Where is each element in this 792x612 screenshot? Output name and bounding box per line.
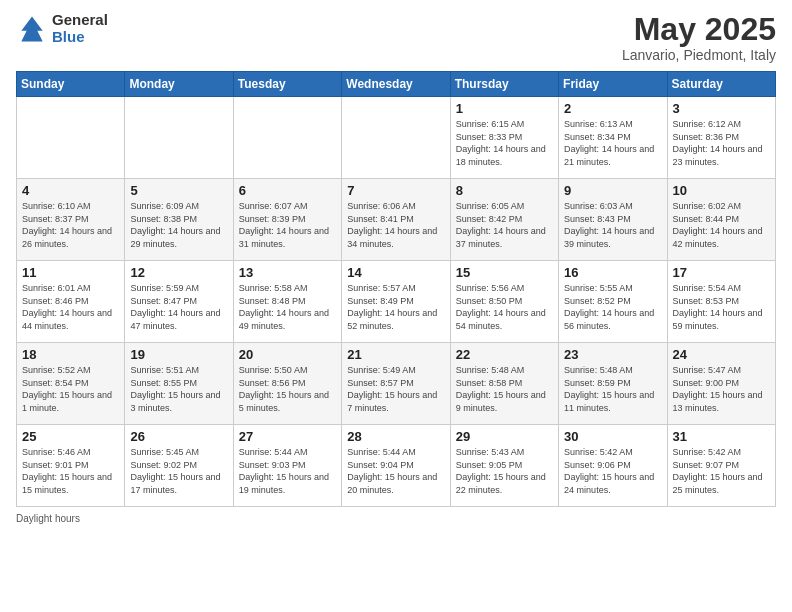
day-number: 21 bbox=[347, 347, 444, 362]
sunset-label: Sunset: 8:39 PM bbox=[239, 214, 306, 224]
sunset-label: Sunset: 8:58 PM bbox=[456, 378, 523, 388]
day-number: 14 bbox=[347, 265, 444, 280]
calendar-cell: 31 Sunrise: 5:42 AM Sunset: 9:07 PM Dayl… bbox=[667, 425, 775, 507]
day-of-week-header: Thursday bbox=[450, 72, 558, 97]
day-number: 3 bbox=[673, 101, 770, 116]
day-info: Sunrise: 5:44 AM Sunset: 9:04 PM Dayligh… bbox=[347, 446, 444, 496]
sunrise-label: Sunrise: 6:02 AM bbox=[673, 201, 742, 211]
calendar-cell: 10 Sunrise: 6:02 AM Sunset: 8:44 PM Dayl… bbox=[667, 179, 775, 261]
day-number: 24 bbox=[673, 347, 770, 362]
calendar-week-row: 11 Sunrise: 6:01 AM Sunset: 8:46 PM Dayl… bbox=[17, 261, 776, 343]
day-info: Sunrise: 5:52 AM Sunset: 8:54 PM Dayligh… bbox=[22, 364, 119, 414]
logo-text: General Blue bbox=[52, 12, 108, 45]
sunrise-label: Sunrise: 6:01 AM bbox=[22, 283, 91, 293]
day-info: Sunrise: 6:09 AM Sunset: 8:38 PM Dayligh… bbox=[130, 200, 227, 250]
calendar-cell: 25 Sunrise: 5:46 AM Sunset: 9:01 PM Dayl… bbox=[17, 425, 125, 507]
daylight-label: Daylight: 14 hours and 37 minutes. bbox=[456, 226, 546, 249]
day-info: Sunrise: 5:44 AM Sunset: 9:03 PM Dayligh… bbox=[239, 446, 336, 496]
day-info: Sunrise: 5:58 AM Sunset: 8:48 PM Dayligh… bbox=[239, 282, 336, 332]
logo-blue-text: Blue bbox=[52, 29, 108, 46]
sunrise-label: Sunrise: 6:05 AM bbox=[456, 201, 525, 211]
calendar-cell: 9 Sunrise: 6:03 AM Sunset: 8:43 PM Dayli… bbox=[559, 179, 667, 261]
day-info: Sunrise: 6:05 AM Sunset: 8:42 PM Dayligh… bbox=[456, 200, 553, 250]
calendar-cell: 14 Sunrise: 5:57 AM Sunset: 8:49 PM Dayl… bbox=[342, 261, 450, 343]
calendar-cell bbox=[342, 97, 450, 179]
sunset-label: Sunset: 8:52 PM bbox=[564, 296, 631, 306]
day-number: 30 bbox=[564, 429, 661, 444]
daylight-label: Daylight: 15 hours and 3 minutes. bbox=[130, 390, 220, 413]
sunset-label: Sunset: 8:56 PM bbox=[239, 378, 306, 388]
sunrise-label: Sunrise: 5:52 AM bbox=[22, 365, 91, 375]
sunset-label: Sunset: 8:36 PM bbox=[673, 132, 740, 142]
day-number: 22 bbox=[456, 347, 553, 362]
calendar-cell: 27 Sunrise: 5:44 AM Sunset: 9:03 PM Dayl… bbox=[233, 425, 341, 507]
sunrise-label: Sunrise: 5:44 AM bbox=[347, 447, 416, 457]
day-info: Sunrise: 5:57 AM Sunset: 8:49 PM Dayligh… bbox=[347, 282, 444, 332]
daylight-label: Daylight: 15 hours and 15 minutes. bbox=[22, 472, 112, 495]
daylight-label: Daylight: 14 hours and 44 minutes. bbox=[22, 308, 112, 331]
calendar-cell: 29 Sunrise: 5:43 AM Sunset: 9:05 PM Dayl… bbox=[450, 425, 558, 507]
sunset-label: Sunset: 9:07 PM bbox=[673, 460, 740, 470]
sunrise-label: Sunrise: 6:06 AM bbox=[347, 201, 416, 211]
daylight-label: Daylight: 15 hours and 17 minutes. bbox=[130, 472, 220, 495]
calendar-cell: 6 Sunrise: 6:07 AM Sunset: 8:39 PM Dayli… bbox=[233, 179, 341, 261]
day-number: 5 bbox=[130, 183, 227, 198]
day-info: Sunrise: 6:03 AM Sunset: 8:43 PM Dayligh… bbox=[564, 200, 661, 250]
sunrise-label: Sunrise: 5:43 AM bbox=[456, 447, 525, 457]
calendar-cell: 12 Sunrise: 5:59 AM Sunset: 8:47 PM Dayl… bbox=[125, 261, 233, 343]
sunset-label: Sunset: 9:06 PM bbox=[564, 460, 631, 470]
sunrise-label: Sunrise: 5:51 AM bbox=[130, 365, 199, 375]
calendar-cell: 13 Sunrise: 5:58 AM Sunset: 8:48 PM Dayl… bbox=[233, 261, 341, 343]
sunrise-label: Sunrise: 6:09 AM bbox=[130, 201, 199, 211]
sunset-label: Sunset: 8:38 PM bbox=[130, 214, 197, 224]
day-of-week-header: Sunday bbox=[17, 72, 125, 97]
sunset-label: Sunset: 8:44 PM bbox=[673, 214, 740, 224]
daylight-label: Daylight: 15 hours and 5 minutes. bbox=[239, 390, 329, 413]
sunset-label: Sunset: 8:53 PM bbox=[673, 296, 740, 306]
day-of-week-header: Monday bbox=[125, 72, 233, 97]
calendar-cell: 11 Sunrise: 6:01 AM Sunset: 8:46 PM Dayl… bbox=[17, 261, 125, 343]
daylight-label: Daylight: 14 hours and 54 minutes. bbox=[456, 308, 546, 331]
day-number: 9 bbox=[564, 183, 661, 198]
day-number: 1 bbox=[456, 101, 553, 116]
calendar-week-row: 18 Sunrise: 5:52 AM Sunset: 8:54 PM Dayl… bbox=[17, 343, 776, 425]
logo-icon bbox=[16, 13, 48, 45]
calendar-subtitle: Lanvario, Piedmont, Italy bbox=[622, 47, 776, 63]
day-of-week-header: Friday bbox=[559, 72, 667, 97]
svg-marker-0 bbox=[21, 16, 42, 41]
day-of-week-header: Saturday bbox=[667, 72, 775, 97]
daylight-label: Daylight: 15 hours and 13 minutes. bbox=[673, 390, 763, 413]
daylight-hours-label: Daylight hours bbox=[16, 513, 80, 524]
day-number: 6 bbox=[239, 183, 336, 198]
sunrise-label: Sunrise: 6:15 AM bbox=[456, 119, 525, 129]
day-info: Sunrise: 6:06 AM Sunset: 8:41 PM Dayligh… bbox=[347, 200, 444, 250]
calendar-header-row: SundayMondayTuesdayWednesdayThursdayFrid… bbox=[17, 72, 776, 97]
daylight-label: Daylight: 15 hours and 19 minutes. bbox=[239, 472, 329, 495]
day-number: 18 bbox=[22, 347, 119, 362]
daylight-label: Daylight: 14 hours and 18 minutes. bbox=[456, 144, 546, 167]
day-info: Sunrise: 5:54 AM Sunset: 8:53 PM Dayligh… bbox=[673, 282, 770, 332]
daylight-label: Daylight: 14 hours and 23 minutes. bbox=[673, 144, 763, 167]
daylight-label: Daylight: 15 hours and 7 minutes. bbox=[347, 390, 437, 413]
day-number: 26 bbox=[130, 429, 227, 444]
day-info: Sunrise: 6:15 AM Sunset: 8:33 PM Dayligh… bbox=[456, 118, 553, 168]
day-info: Sunrise: 6:10 AM Sunset: 8:37 PM Dayligh… bbox=[22, 200, 119, 250]
calendar-week-row: 4 Sunrise: 6:10 AM Sunset: 8:37 PM Dayli… bbox=[17, 179, 776, 261]
sunset-label: Sunset: 8:55 PM bbox=[130, 378, 197, 388]
sunset-label: Sunset: 8:47 PM bbox=[130, 296, 197, 306]
day-number: 27 bbox=[239, 429, 336, 444]
sunset-label: Sunset: 8:43 PM bbox=[564, 214, 631, 224]
daylight-label: Daylight: 14 hours and 21 minutes. bbox=[564, 144, 654, 167]
day-number: 16 bbox=[564, 265, 661, 280]
calendar-cell bbox=[17, 97, 125, 179]
calendar-cell: 30 Sunrise: 5:42 AM Sunset: 9:06 PM Dayl… bbox=[559, 425, 667, 507]
sunset-label: Sunset: 8:57 PM bbox=[347, 378, 414, 388]
sunset-label: Sunset: 8:50 PM bbox=[456, 296, 523, 306]
day-info: Sunrise: 5:55 AM Sunset: 8:52 PM Dayligh… bbox=[564, 282, 661, 332]
day-number: 17 bbox=[673, 265, 770, 280]
sunset-label: Sunset: 8:49 PM bbox=[347, 296, 414, 306]
logo: General Blue bbox=[16, 12, 108, 45]
calendar-title: May 2025 bbox=[622, 12, 776, 47]
sunset-label: Sunset: 9:04 PM bbox=[347, 460, 414, 470]
sunrise-label: Sunrise: 5:44 AM bbox=[239, 447, 308, 457]
